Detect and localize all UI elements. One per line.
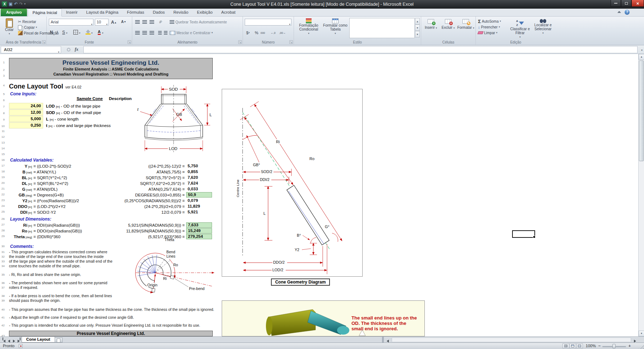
row-header-24[interactable]: 24 <box>0 204 5 208</box>
ribbon-tab-exibi-o[interactable]: Exibição <box>193 9 217 16</box>
tab-split-handle[interactable] <box>382 337 384 343</box>
ribbon-tab-dados[interactable]: Dados <box>148 9 169 16</box>
row-header-4[interactable]: 4 <box>0 84 5 87</box>
result-cell-ddo[interactable]: 11,829 <box>186 204 212 209</box>
formula-input[interactable] <box>83 46 638 53</box>
row-header-23[interactable]: 23 <box>0 199 5 202</box>
font-family-combo[interactable]: Arial▾ <box>49 19 93 26</box>
row-header-11[interactable]: 11 <box>0 130 5 133</box>
gallery-more-icon[interactable]: ▼ <box>415 31 420 37</box>
font-dialog-launcher[interactable]: ↘ <box>128 40 131 44</box>
sort-filter-button[interactable]: AZ Classificar e Filtrar▾ <box>509 18 531 39</box>
expand-formula-bar-icon[interactable]: ▾ <box>641 49 643 52</box>
wrap-text-button[interactable]: Quebrar Texto Automaticamente <box>170 19 227 25</box>
ribbon-tab-acrobat[interactable]: Acrobat <box>217 9 240 16</box>
input-value-cell-t[interactable]: 0,250 <box>9 122 43 128</box>
vertical-scroll-thumb[interactable] <box>639 60 644 161</box>
tab-scroll-first-button[interactable] <box>1 337 6 342</box>
insert-function-icon[interactable]: fx <box>75 47 78 52</box>
scroll-up-icon[interactable]: ▲ <box>639 54 644 60</box>
ribbon-tab-revis-o[interactable]: Revisão <box>169 9 193 16</box>
row-header-7[interactable]: 7 <box>0 105 5 108</box>
insert-worksheet-tab[interactable] <box>55 337 63 343</box>
borders-icon[interactable] <box>73 30 78 35</box>
row-header-19[interactable]: 19 <box>0 176 5 179</box>
row-header-1[interactable]: 1 <box>0 61 5 64</box>
font-color-icon[interactable]: A <box>98 30 101 33</box>
fill-color-dropdown-icon[interactable]: ▾ <box>91 32 93 35</box>
page-break-view-button[interactable] <box>576 344 583 348</box>
row-header-12[interactable]: 12 <box>0 135 5 139</box>
ribbon-tab-p-gina-inicial[interactable]: Página Inicial <box>28 9 61 17</box>
zoom-out-button[interactable]: − <box>597 344 602 348</box>
result-cell-theta[interactable]: 279,254 <box>186 234 212 239</box>
format-cells-button[interactable]: ✎ Formatar ▾ <box>457 18 474 30</box>
result-cell-bl[interactable]: 7,620 <box>186 175 212 180</box>
hscroll-right-icon[interactable] <box>632 337 637 342</box>
increase-indent-icon[interactable] <box>164 31 167 35</box>
align-middle-icon[interactable] <box>142 20 147 24</box>
decrease-indent-icon[interactable] <box>158 31 162 35</box>
result-cell-y2[interactable]: 0,079 <box>186 198 212 203</box>
row-header-28[interactable]: 28 <box>0 229 5 232</box>
row-header-30[interactable]: 30 <box>0 245 5 248</box>
decrease-decimal-icon[interactable]: ,00→ <box>279 31 286 35</box>
row-header-25[interactable]: 25 <box>0 210 5 213</box>
row-header-20[interactable]: 20 <box>0 181 5 185</box>
result-cell-dl[interactable]: 7,624 <box>186 181 212 186</box>
row-header-16[interactable]: 16 <box>0 158 5 162</box>
increase-decimal-icon[interactable]: ←,0 <box>270 31 276 35</box>
align-top-icon[interactable] <box>135 20 140 24</box>
shrink-font-button[interactable]: A▼ <box>121 19 126 24</box>
orientation-icon[interactable]: ab <box>158 19 163 24</box>
close-button[interactable]: × <box>631 0 644 7</box>
ribbon-tab-arquivo[interactable]: Arquivo <box>1 9 27 16</box>
row-header-5[interactable]: 5 <box>0 92 5 96</box>
result-cell-ddi[interactable]: 5,921 <box>186 209 212 215</box>
bold-button[interactable]: N <box>50 30 54 35</box>
normal-view-button[interactable] <box>562 344 569 348</box>
tab-scroll-prev-button[interactable] <box>6 337 11 342</box>
row-header-39[interactable]: 39 <box>0 299 5 302</box>
align-left-icon[interactable] <box>135 31 140 35</box>
row-header-29[interactable]: 29 <box>0 235 5 238</box>
row-header-18[interactable]: 18 <box>0 170 5 173</box>
row-header-10[interactable]: 10 <box>0 124 5 128</box>
collapse-ribbon-icon[interactable] <box>617 11 621 13</box>
input-value-cell-lod[interactable]: 24,00 <box>9 103 43 109</box>
row-header-41[interactable]: 41 <box>0 316 5 319</box>
input-value-cell-sod[interactable]: 12,00 <box>9 109 43 115</box>
help-icon[interactable]: ? <box>625 10 630 15</box>
gallery-scroll[interactable]: ▲ ▼ ▼ <box>415 18 420 37</box>
row-header-31[interactable]: 31 <box>0 250 5 254</box>
find-select-button[interactable]: Localizar e Selecionar▾ <box>532 18 554 35</box>
zoom-slider-handle[interactable] <box>612 344 616 348</box>
row-header-36[interactable]: 36 <box>0 281 5 285</box>
row-header-26[interactable]: 26 <box>0 217 5 221</box>
align-bottom-icon[interactable] <box>150 20 154 24</box>
clear-button[interactable]: Limpar▾ <box>478 30 501 36</box>
hscroll-left-icon[interactable] <box>385 337 390 342</box>
zoom-in-button[interactable]: + <box>627 344 632 348</box>
cell-styles-gallery[interactable] <box>349 18 415 38</box>
row-header-21[interactable]: 21 <box>0 187 5 190</box>
ribbon-tab-f-rmulas[interactable]: Fórmulas <box>123 9 148 16</box>
row-header-32[interactable]: 32 <box>0 255 5 258</box>
row-header-2[interactable]: 2 <box>0 68 5 72</box>
paste-button[interactable]: Colar▾ <box>2 17 17 36</box>
macro-record-icon[interactable] <box>19 344 23 348</box>
input-value-cell-l[interactable]: 5,000 <box>9 116 43 122</box>
underline-button[interactable]: S <box>62 30 65 35</box>
result-cell-ro[interactable]: 15,249 <box>186 228 212 234</box>
result-cell-y[interactable]: 5,750 <box>186 163 212 169</box>
row-header-35[interactable]: 35 <box>0 273 5 276</box>
row-header-17[interactable]: 17 <box>0 164 5 167</box>
grow-font-button[interactable]: A▲ <box>111 19 117 25</box>
row-header-33[interactable]: 33 <box>0 260 5 263</box>
result-cell-g[interactable]: 0,033 <box>186 186 212 192</box>
number-format-combo[interactable]: ▾ <box>245 19 291 26</box>
row-header-14[interactable]: 14 <box>0 147 5 150</box>
resize-grip[interactable] <box>638 343 644 349</box>
gallery-down-icon[interactable]: ▼ <box>415 24 420 31</box>
page-layout-view-button[interactable] <box>569 344 576 348</box>
